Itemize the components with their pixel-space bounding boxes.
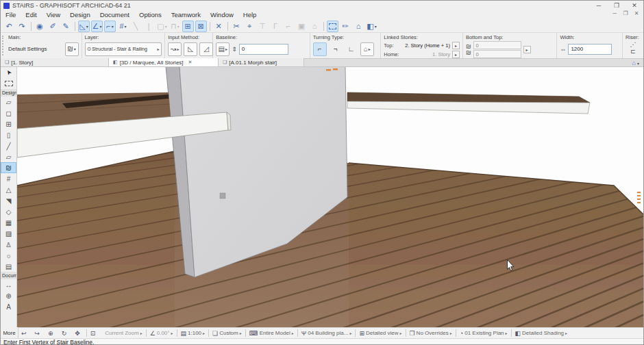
fillet-icon[interactable]: Γ [270, 21, 282, 32]
tab-overview-button[interactable]: ⌂ ▾ [632, 60, 643, 66]
home-story-flyout-button[interactable]: ▸ [452, 51, 460, 58]
tab-morph-stair[interactable]: ❏ [A.01.1 Morph stair] [219, 58, 304, 66]
curtain-wall-tool[interactable]: ▦ [1, 217, 16, 228]
snap-guides-icon[interactable]: ∠▾ [91, 21, 103, 32]
window-tool[interactable]: ⊞ [1, 118, 16, 129]
menu-file[interactable]: File [1, 10, 21, 20]
nav-back-icon[interactable]: ↩ [18, 328, 32, 339]
zoom-in-icon[interactable]: ⊕ [45, 328, 59, 339]
object-tool[interactable]: ♙ [1, 239, 16, 250]
column-tool[interactable]: ▯ [1, 129, 16, 140]
layer-selector-button[interactable]: ⊙ Structural - Stair & Railing ▸ [85, 42, 162, 56]
snap-points-icon[interactable]: ⌐▾ [104, 21, 116, 32]
baseline-position-button[interactable]: ▤ ▸ [216, 42, 230, 56]
turning-winder2-button[interactable]: ∟ [345, 42, 358, 56]
maximize-icon[interactable]: ❐ [608, 1, 626, 10]
nav-forward-icon[interactable]: ↪ [32, 328, 46, 339]
menu-document[interactable]: Document [95, 10, 134, 20]
fit-in-window-icon[interactable]: ⊡ [88, 328, 101, 339]
pen-set-selector[interactable]: Ψ04 Building pla...▸ [299, 328, 355, 339]
roof-tool[interactable]: △ [1, 184, 16, 195]
anchor-icon[interactable]: ❘ [143, 21, 155, 32]
adjust-icon[interactable]: ⌖ [244, 21, 256, 32]
renovation-existing-icon[interactable]: ⊞ [182, 21, 194, 32]
zoom-level-selector[interactable]: Current Zoom▸ [101, 328, 145, 339]
orbit-icon[interactable]: ↻ [59, 328, 73, 339]
tab-3d-marquee[interactable]: ◧ [3D / Marquee, All Stories] ✕ [109, 58, 219, 66]
undo-icon[interactable]: ↶ [3, 21, 15, 32]
menu-view[interactable]: View [42, 10, 65, 20]
geometry-method-1-button[interactable]: ◺ [184, 42, 197, 56]
resize-icon[interactable]: ▣ [296, 21, 308, 32]
suspend-groups-icon[interactable]: ✕ [213, 21, 225, 32]
virtual-trace-icon[interactable]: ⌂ [353, 21, 364, 32]
doc-minimize-icon[interactable]: ─ [609, 10, 620, 16]
infobox-grip[interactable] [2, 36, 5, 55]
menu-help[interactable]: Help [238, 10, 262, 20]
doc-close-icon[interactable]: ✕ [631, 10, 642, 16]
orientation-selector[interactable]: ∠0.00°▸ [147, 328, 176, 339]
renovation-filter-selector[interactable]: ◔01 Existing Plan▸ [457, 328, 510, 339]
3d-viewport[interactable] [17, 67, 643, 327]
graphic-override-selector[interactable]: ❐No Overrides▸ [407, 328, 455, 339]
turning-winder-button[interactable]: ¬ [329, 42, 343, 56]
tab-1-story[interactable]: ❏ [1. Story] [1, 58, 109, 66]
text-tool[interactable]: A [1, 301, 16, 312]
pick-up-parameters-icon[interactable]: ◉ [34, 21, 46, 32]
stair-settings-button[interactable]: ₪ ▾ [65, 42, 79, 56]
inject-parameters-icon[interactable]: ✐ [47, 21, 59, 32]
stair-tool[interactable]: ₪ [1, 162, 16, 173]
renovation-filter-icon[interactable]: ⊠ [195, 21, 207, 32]
group-icon[interactable]: ▢▾ [156, 21, 168, 32]
chamfer-icon[interactable]: ⌐ [283, 21, 295, 32]
door-tool[interactable]: ◻ [1, 107, 16, 118]
tab-close-icon[interactable]: ✕ [188, 60, 193, 65]
zone-tool[interactable]: ▨ [1, 228, 16, 239]
explore-model-icon[interactable]: ✥ [72, 328, 86, 339]
minimize-icon[interactable]: ─ [590, 1, 608, 10]
menu-teamwork[interactable]: Teamwork [166, 10, 206, 20]
doc-restore-icon[interactable]: ❐ [620, 10, 631, 16]
3d-cutaway-icon[interactable]: ◧▾ [366, 21, 377, 32]
width-input[interactable]: 1200 [568, 44, 612, 55]
3d-style-selector[interactable]: ◧Detailed Shading▸ [512, 328, 570, 339]
close-icon[interactable]: ✕ [626, 1, 643, 10]
menu-design[interactable]: Design [65, 10, 95, 20]
grid-snap-icon[interactable]: #▾ [117, 21, 129, 32]
edit-elements-icon[interactable]: ✏ [340, 21, 351, 32]
top-story-flyout-button[interactable]: ▸ [452, 42, 460, 49]
railing-tool[interactable]: # [1, 173, 16, 184]
eyedropper-icon[interactable]: ✎ [60, 21, 72, 32]
structure-display-selector[interactable]: ⌨Entire Model▸ [247, 328, 297, 339]
elevation-icon[interactable]: ⌂ [309, 21, 321, 32]
marquee-display-icon[interactable] [327, 21, 338, 32]
model-view-options-selector[interactable]: ⊞Detailed view▸ [356, 328, 404, 339]
layer-combination-selector[interactable]: ❏Custom▸ [210, 328, 245, 339]
redo-icon[interactable]: ↷ [16, 21, 28, 32]
toolbox-more-button[interactable]: More [1, 327, 18, 338]
wall-hotspot-handle[interactable] [220, 193, 225, 199]
trim-icon[interactable]: ✂ [231, 21, 243, 32]
intersect-icon[interactable]: ⊤ [257, 21, 269, 32]
guide-lines-icon[interactable]: ◺▾ [78, 21, 90, 32]
level-dimension-tool[interactable]: ⊕ [1, 290, 16, 301]
lock-icon[interactable]: ⊓▾ [169, 21, 181, 32]
morph-tool[interactable]: ◇ [1, 206, 16, 217]
baseline-offset-input[interactable]: 0 [239, 44, 288, 55]
shell-tool[interactable]: ◥ [1, 195, 16, 206]
top-offset-field[interactable]: 0 [473, 50, 521, 58]
input-method-button[interactable]: ↝ ▸ [168, 42, 182, 56]
marquee-tool[interactable] [1, 78, 16, 89]
turning-more-button[interactable]: ⌂▸ [360, 42, 374, 56]
scale-selector[interactable]: ▤1:100▸ [178, 328, 208, 339]
mesh-tool[interactable]: ▤ [1, 261, 16, 272]
menu-window[interactable]: Window [206, 10, 238, 20]
slab-tool[interactable]: ▱ [1, 151, 16, 162]
dimension-tool[interactable]: ↔ [1, 279, 16, 290]
menu-edit[interactable]: Edit [21, 10, 41, 20]
beam-tool[interactable]: ╱ [1, 140, 16, 151]
bottom-offset-field[interactable]: 0 [473, 41, 521, 49]
slant-icon[interactable]: ╲ [130, 21, 142, 32]
lamp-tool[interactable]: ☼ [1, 250, 16, 261]
wall-tool[interactable]: ▱ [1, 97, 16, 107]
